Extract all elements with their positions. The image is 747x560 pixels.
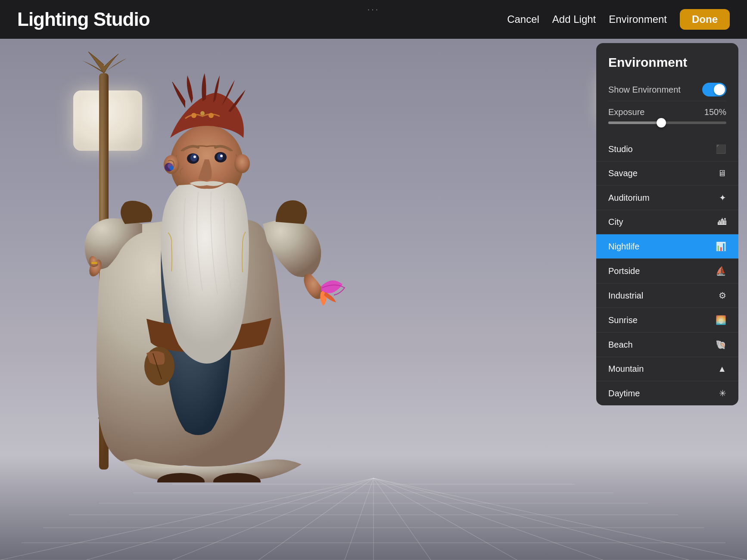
exposure-row: Exposure 150% bbox=[608, 101, 726, 120]
env-item-daytime[interactable]: Daytime ✳ bbox=[596, 381, 738, 405]
svg-point-41 bbox=[234, 154, 250, 173]
env-item-daytime-label: Daytime bbox=[608, 389, 640, 398]
env-item-sunrise[interactable]: Sunrise 🌅 bbox=[596, 308, 738, 333]
env-item-nightlife-icon: 📊 bbox=[716, 241, 726, 252]
exposure-slider-thumb[interactable] bbox=[657, 118, 666, 128]
env-panel-header: Environment Show Environment Exposure 15… bbox=[596, 43, 738, 137]
add-light-button[interactable]: Add Light bbox=[552, 13, 596, 25]
exposure-label: Exposure bbox=[608, 107, 645, 117]
svg-line-17 bbox=[374, 478, 689, 560]
env-item-beach-label: Beach bbox=[608, 340, 633, 350]
svg-rect-25 bbox=[91, 262, 97, 264]
exposure-value: 150% bbox=[704, 107, 726, 117]
done-button[interactable]: Done bbox=[680, 9, 730, 30]
env-item-auditorium-label: Auditorium bbox=[608, 193, 650, 203]
exposure-slider-track[interactable] bbox=[608, 121, 726, 124]
app-title: Lighting Studio bbox=[17, 9, 150, 30]
env-item-studio-icon: ⬛ bbox=[716, 144, 726, 154]
env-item-daytime-icon: ✳ bbox=[719, 388, 726, 398]
show-environment-label: Show Environment bbox=[608, 85, 681, 95]
env-item-savage-icon: 🖥 bbox=[718, 168, 726, 178]
exposure-slider-fill bbox=[608, 121, 661, 124]
env-item-portside-label: Portside bbox=[608, 266, 640, 276]
env-item-studio-label: Studio bbox=[608, 144, 633, 154]
svg-point-40 bbox=[169, 166, 174, 170]
env-item-mountain-label: Mountain bbox=[608, 364, 644, 374]
top-bar-actions: Cancel Add Light Environment Done bbox=[507, 9, 730, 30]
svg-line-8 bbox=[374, 478, 747, 560]
env-item-city-icon: 🏙 bbox=[718, 217, 726, 227]
env-item-sunrise-icon: 🌅 bbox=[716, 315, 726, 325]
env-item-savage-label: Savage bbox=[608, 168, 638, 178]
env-item-portside-icon: ⛵ bbox=[716, 266, 726, 276]
env-item-studio[interactable]: Studio ⬛ bbox=[596, 137, 738, 162]
env-item-industrial-label: Industrial bbox=[608, 291, 643, 301]
env-item-beach-icon: 🐚 bbox=[716, 339, 726, 350]
toggle-knob bbox=[714, 84, 725, 95]
env-item-city-label: City bbox=[608, 217, 623, 227]
svg-line-16 bbox=[374, 478, 603, 560]
three-dots-menu[interactable]: ··· bbox=[367, 4, 380, 14]
env-item-auditorium[interactable]: Auditorium ✦ bbox=[596, 186, 738, 210]
env-item-nightlife[interactable]: Nightlife 📊 bbox=[596, 234, 738, 259]
svg-point-36 bbox=[209, 113, 214, 118]
svg-point-34 bbox=[191, 113, 196, 118]
env-item-nightlife-label: Nightlife bbox=[608, 242, 639, 252]
svg-point-35 bbox=[200, 111, 205, 115]
character-viewport bbox=[22, 52, 388, 517]
env-item-mountain[interactable]: Mountain ▲ bbox=[596, 357, 738, 381]
env-item-savage[interactable]: Savage 🖥 bbox=[596, 162, 738, 186]
env-panel-title: Environment bbox=[608, 55, 726, 70]
env-item-industrial-icon: ⚙ bbox=[719, 290, 726, 301]
environment-list: Studio ⬛ Savage 🖥 Auditorium ✦ City 🏙 Ni… bbox=[596, 137, 738, 405]
environment-panel: Environment Show Environment Exposure 15… bbox=[596, 43, 738, 405]
cancel-button[interactable]: Cancel bbox=[507, 13, 539, 25]
environment-button[interactable]: Environment bbox=[609, 13, 667, 25]
show-environment-row: Show Environment bbox=[608, 78, 726, 101]
svg-line-15 bbox=[374, 478, 517, 560]
env-item-auditorium-icon: ✦ bbox=[719, 193, 726, 203]
env-item-mountain-icon: ▲ bbox=[718, 364, 726, 374]
show-environment-toggle[interactable] bbox=[702, 83, 726, 96]
main-viewport: Environment Show Environment Exposure 15… bbox=[0, 39, 747, 560]
env-item-sunrise-label: Sunrise bbox=[608, 315, 638, 325]
svg-point-30 bbox=[193, 156, 196, 158]
exposure-slider-container bbox=[608, 120, 726, 133]
env-item-industrial[interactable]: Industrial ⚙ bbox=[596, 283, 738, 308]
svg-point-33 bbox=[220, 155, 223, 157]
env-item-portside[interactable]: Portside ⛵ bbox=[596, 259, 738, 283]
env-item-beach[interactable]: Beach 🐚 bbox=[596, 333, 738, 357]
env-item-city[interactable]: City 🏙 bbox=[596, 210, 738, 234]
